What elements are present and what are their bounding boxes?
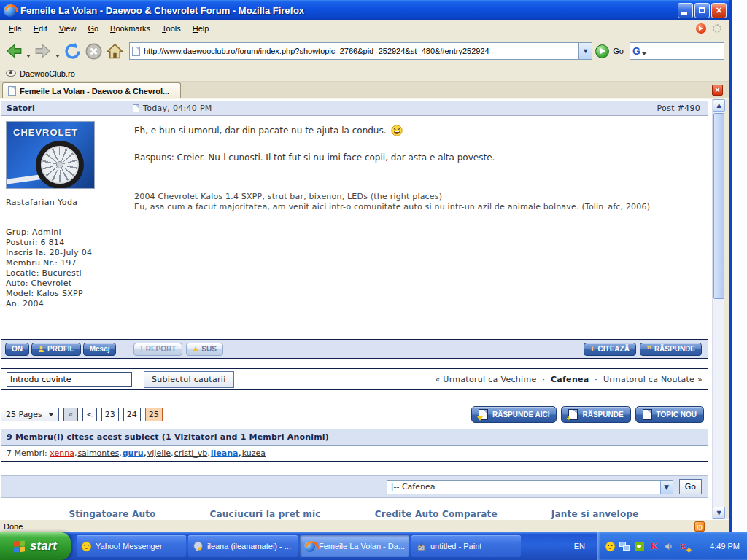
message-button[interactable]: Mesaj xyxy=(83,343,117,356)
reply-button[interactable]: ” RĂSPUNDE xyxy=(640,343,702,356)
footer-link-credite[interactable]: Credite Auto Comparate xyxy=(375,509,498,519)
member-link-guru[interactable]: guru xyxy=(123,448,147,458)
home-button[interactable] xyxy=(105,42,125,61)
close-button[interactable]: × xyxy=(711,3,727,18)
footer-link-cauciucuri[interactable]: Cauciucuri la pret mic xyxy=(210,509,321,519)
rss-feed-icon[interactable]: ))) xyxy=(694,521,705,532)
vertical-scrollbar[interactable]: ▲ ▼ xyxy=(712,99,724,519)
page-23-button[interactable]: 23 xyxy=(101,408,119,421)
tab-close-icon[interactable]: × xyxy=(712,85,723,96)
post-icon xyxy=(133,104,139,112)
new-topic-paper-icon xyxy=(643,409,652,420)
member-link-ileana[interactable]: ileana xyxy=(211,448,242,458)
readers-list: 7 Membri: xennasalmontesguruvijeliecrist… xyxy=(1,446,708,461)
tab-active[interactable]: Femeile La Volan - Daewoo & Chevrol... xyxy=(2,82,181,98)
task-paint[interactable]: untitled - Paint xyxy=(411,535,521,557)
page-prev-button[interactable]: < xyxy=(82,408,97,421)
member-link-kuzea[interactable]: kuzea xyxy=(242,448,266,458)
windows-flag-icon xyxy=(14,540,26,552)
menu-file[interactable]: File xyxy=(3,22,28,35)
member-link-xenna[interactable]: xenna xyxy=(50,448,77,458)
kaspersky-icon[interactable]: K xyxy=(649,541,659,552)
forum-jump-select[interactable]: |-- Cafenea ▼ xyxy=(387,480,673,494)
post-text: Eh, e bun si umorul, dar din pacate nu t… xyxy=(134,125,387,136)
start-button-label: start xyxy=(30,539,57,553)
update-notification-icon[interactable] xyxy=(696,23,706,34)
member-link-salmontes[interactable]: salmontes xyxy=(77,448,122,458)
menu-view[interactable]: View xyxy=(53,22,82,35)
menu-tools[interactable]: Tools xyxy=(156,22,187,35)
forward-dropdown-caret[interactable] xyxy=(55,55,60,58)
post-number-link[interactable]: #490 xyxy=(678,104,700,113)
chevron-down-icon[interactable]: ▼ xyxy=(660,481,673,494)
current-forum-label[interactable]: Cafenea xyxy=(551,375,589,384)
url-text[interactable]: http://www.daewooclub.ro/forum/index.php… xyxy=(144,47,578,55)
menu-bar: File Edit View Go Bookmarks Tools Help xyxy=(0,20,729,36)
search-input[interactable] xyxy=(7,372,132,387)
quote-marks-icon: ” xyxy=(646,346,651,352)
newer-topic-link[interactable]: Urmatorul ca Noutate » xyxy=(603,375,703,384)
task-firefox-active[interactable]: Femeile La Volan - Da... xyxy=(300,535,409,557)
go-button[interactable] xyxy=(595,44,609,58)
menu-help[interactable]: Help xyxy=(187,22,215,35)
online-status-button[interactable]: ON xyxy=(5,343,29,356)
stop-button[interactable] xyxy=(84,42,104,61)
go-to-top-button[interactable]: SUS xyxy=(186,343,223,356)
start-button[interactable]: start xyxy=(0,532,71,560)
browser-window: Femeile La Volan - Daewoo & Chevrolet Fo… xyxy=(0,0,732,532)
url-bar[interactable]: http://www.daewooclub.ro/forum/index.php… xyxy=(129,42,592,60)
menu-bookmarks[interactable]: Bookmarks xyxy=(104,22,156,35)
language-indicator[interactable]: EN xyxy=(562,532,597,560)
search-engine-caret[interactable] xyxy=(642,52,646,55)
reload-icon xyxy=(63,42,82,61)
task-yahoo-messenger[interactable]: Yahoo! Messenger xyxy=(77,535,186,557)
reply-topic-button[interactable]: + RĂSPUNDE xyxy=(561,406,630,423)
new-topic-button[interactable]: TOPIC NOU xyxy=(635,406,704,423)
maximize-button[interactable] xyxy=(694,3,710,18)
google-search-box[interactable]: G xyxy=(630,42,724,60)
task-label: ileana (ileanamatei) - ... xyxy=(207,542,291,551)
footer-link-stingatoare[interactable]: Stingatoare Auto xyxy=(69,509,155,519)
system-tray: K K 4:49 PM xyxy=(597,532,747,560)
quote-button[interactable]: + CITEAZĂ xyxy=(584,343,636,356)
nav-separator: · xyxy=(595,375,597,384)
older-topic-link[interactable]: « Urmatorul ca Vechime xyxy=(436,375,537,384)
page-24-button[interactable]: 24 xyxy=(123,408,141,421)
page-first-button[interactable]: « xyxy=(63,408,78,421)
url-dropdown-button[interactable]: ▼ xyxy=(578,43,592,59)
kaspersky-alert-icon[interactable]: K xyxy=(678,541,689,552)
menu-edit[interactable]: Edit xyxy=(28,22,53,35)
search-topic-button[interactable]: Subiectul cautarii xyxy=(144,371,234,388)
bookmark-daewooclub[interactable]: DaewooClub.ro xyxy=(20,69,75,78)
go-button-label[interactable]: Go xyxy=(613,47,624,55)
profile-button[interactable]: PROFIL xyxy=(31,343,81,356)
reload-button[interactable] xyxy=(63,42,82,61)
reply-here-button[interactable]: RĂSPUNDE AICI xyxy=(471,406,557,423)
member-link-vijelie[interactable]: vijelie xyxy=(147,448,174,458)
nvidia-settings-icon[interactable] xyxy=(634,541,645,552)
author-link[interactable]: Satori xyxy=(7,104,35,113)
menu-go[interactable]: Go xyxy=(82,22,104,35)
clock[interactable]: 4:49 PM xyxy=(710,542,740,551)
scroll-up-button[interactable]: ▲ xyxy=(713,99,725,112)
forum-jump-go-button[interactable]: Go xyxy=(679,479,702,494)
back-dropdown-caret[interactable] xyxy=(26,55,31,58)
volume-icon[interactable] xyxy=(663,541,674,552)
user-buttons: ON PROFIL Mesaj xyxy=(1,340,128,358)
page-icon xyxy=(132,47,140,56)
forward-button[interactable] xyxy=(34,42,53,61)
yahoo-smiley-tray-icon[interactable] xyxy=(605,541,616,552)
task-ileana-chat[interactable]: ileana (ileanamatei) - ... xyxy=(188,535,298,557)
network-icon[interactable] xyxy=(619,541,630,552)
minimize-button[interactable] xyxy=(678,3,693,18)
task-label: untitled - Paint xyxy=(430,542,481,551)
footer-link-jante[interactable]: Jante si anvelope xyxy=(551,509,639,519)
member-link-cristi-vb[interactable]: cristi_vb xyxy=(174,448,211,458)
report-button[interactable]: ! REPORT xyxy=(133,343,182,356)
back-button[interactable] xyxy=(4,42,23,61)
avatar: CHEVROLET xyxy=(6,121,95,189)
paint-icon xyxy=(416,541,427,552)
pages-dropdown[interactable]: 25 Pages xyxy=(1,408,59,421)
scrollbar-thumb[interactable] xyxy=(713,113,724,299)
scroll-down-button[interactable]: ▼ xyxy=(713,507,725,519)
